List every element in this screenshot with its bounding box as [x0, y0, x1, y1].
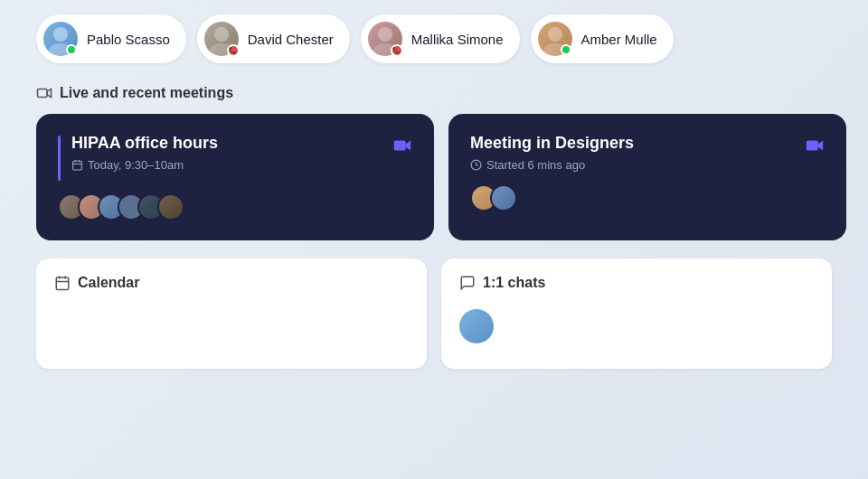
meeting-avatars-hipaa [58, 193, 412, 221]
contact-pill-pablo[interactable]: Pablo Scasso [36, 14, 186, 63]
meeting-card-designers[interactable]: Meeting in Designers Started 6 mins ago [448, 114, 846, 240]
meeting-time-text-hipaa: Today, 9:30–10am [88, 158, 184, 172]
svg-rect-9 [73, 161, 82, 170]
svg-rect-13 [394, 140, 406, 150]
status-dot-online-amber [561, 44, 571, 55]
video-icon-designers [805, 136, 825, 155]
meetings-row: HIPAA office hours Today, 9:30–10am [0, 114, 868, 240]
svg-point-4 [378, 27, 392, 42]
chats-card[interactable]: 1:1 chats [441, 258, 832, 369]
meetings-section-label: Live and recent meetings [60, 85, 233, 101]
contact-avatar-wrap-amber [538, 22, 572, 56]
phone-badge-mallika: 📞 [391, 44, 403, 57]
meeting-card-header-designers: Meeting in Designers Started 6 mins ago [470, 134, 825, 172]
chat-avatar-pablo [459, 309, 494, 343]
chat-icon [459, 275, 476, 291]
svg-rect-15 [807, 140, 818, 150]
meeting-avatar-d2 [490, 184, 517, 211]
calendar-card[interactable]: Calendar [36, 258, 427, 369]
meeting-title-designers: Meeting in Designers [470, 134, 634, 153]
meeting-avatars-designers [470, 184, 825, 211]
svg-point-6 [548, 27, 562, 42]
contact-avatar-wrap-david: 📞 [204, 22, 239, 56]
meeting-card-header-hipaa: HIPAA office hours Today, 9:30–10am [58, 134, 412, 181]
contact-name-pablo: Pablo Scasso [87, 32, 170, 47]
contacts-bar: Pablo Scasso 📞 David Chester 📞 [0, 0, 868, 78]
svg-rect-8 [38, 89, 48, 98]
video-section-icon [36, 85, 52, 101]
svg-point-2 [214, 27, 229, 42]
contact-name-mallika: Mallika Simone [411, 32, 504, 47]
chats-label: 1:1 chats [483, 275, 545, 291]
meeting-title-hipaa: HIPAA office hours [71, 134, 218, 153]
clock-icon-designers [470, 159, 482, 171]
contact-pill-amber[interactable]: Amber Mulle [531, 14, 674, 63]
meeting-card-hipaa[interactable]: HIPAA office hours Today, 9:30–10am [36, 114, 434, 240]
meeting-avatar-6 [157, 193, 184, 221]
calendar-label: Calendar [78, 275, 139, 291]
calendar-icon [54, 275, 71, 291]
chat-preview-pablo[interactable] [459, 300, 814, 352]
meeting-title-wrap-hipaa: HIPAA office hours Today, 9:30–10am [58, 134, 218, 181]
contact-avatar-wrap-mallika: 📞 [368, 22, 402, 56]
meeting-info-hipaa: HIPAA office hours Today, 9:30–10am [71, 134, 218, 172]
meeting-info-designers: Meeting in Designers Started 6 mins ago [470, 134, 634, 172]
meeting-accent-bar-hipaa [58, 136, 61, 181]
contact-avatar-wrap-pablo [43, 22, 78, 56]
meeting-video-icon-designers [805, 134, 825, 155]
svg-rect-16 [56, 277, 69, 290]
contact-name-amber: Amber Mulle [581, 32, 657, 47]
meeting-started-text: Started 6 mins ago [486, 158, 585, 172]
calendar-card-header: Calendar [54, 275, 409, 291]
meeting-started-designers: Started 6 mins ago [470, 158, 634, 172]
phone-badge-david: 📞 [227, 44, 240, 57]
meeting-video-icon-hipaa [392, 134, 412, 155]
contact-name-david: David Chester [248, 32, 334, 47]
calendar-icon-hipaa [71, 159, 83, 171]
bottom-row: Calendar 1:1 chats [0, 240, 868, 369]
meetings-section-header: Live and recent meetings [0, 78, 868, 114]
status-dot-online-pablo [66, 44, 77, 55]
svg-point-0 [53, 27, 68, 42]
contact-pill-david[interactable]: 📞 David Chester [197, 14, 350, 63]
meeting-time-hipaa: Today, 9:30–10am [71, 158, 218, 172]
video-icon-hipaa [392, 136, 412, 155]
chats-card-header: 1:1 chats [459, 275, 814, 291]
contact-pill-mallika[interactable]: 📞 Mallika Simone [361, 14, 520, 63]
